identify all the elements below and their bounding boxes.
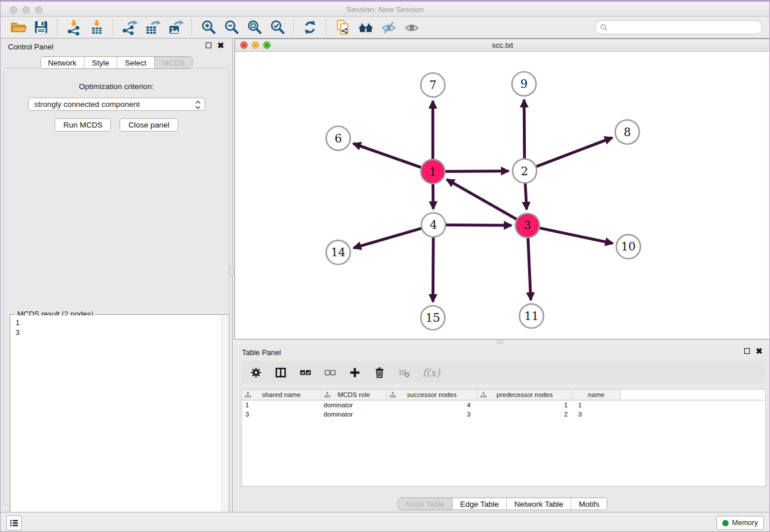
horizontal-splitter-handle[interactable] (496, 340, 503, 344)
memory-button[interactable]: Memory (717, 516, 764, 530)
zoom-in-icon[interactable] (198, 18, 218, 37)
export-network-icon[interactable] (120, 18, 139, 37)
table-panel-header: Table Panel ✖ (234, 344, 770, 360)
app-title: Session: New Session (1, 5, 769, 14)
node-4[interactable]: 4 (421, 213, 445, 237)
task-history-button[interactable] (6, 515, 22, 530)
edge-2-8[interactable] (525, 138, 613, 171)
optimization-criterion-value: strongly connected component (34, 100, 140, 109)
tab-mcds[interactable]: MCDS (155, 57, 192, 68)
toolbar-separator (191, 20, 192, 36)
node-3[interactable]: 3 (515, 213, 540, 237)
table-cell: 3 (387, 411, 478, 418)
node-14[interactable]: 14 (326, 240, 351, 264)
show-all-icon[interactable] (402, 18, 421, 37)
show-columns-icon[interactable] (274, 366, 287, 379)
close-table-panel-icon[interactable]: ✖ (756, 348, 763, 354)
table-settings-icon[interactable] (249, 366, 262, 379)
list-icon (9, 518, 19, 528)
table-cell: 4 (387, 402, 478, 408)
refresh-network-icon[interactable] (300, 18, 319, 37)
network-view-window: × − + scc.txt 1234678910111415 (234, 38, 770, 340)
open-session-icon[interactable] (8, 18, 28, 37)
column-label: MCDS role (337, 391, 369, 398)
add-column-icon[interactable] (348, 366, 361, 379)
table-cell: dominator (321, 402, 387, 408)
hide-selected-icon[interactable] (379, 18, 398, 37)
column-header-successor-nodes[interactable]: successor nodes (387, 390, 478, 400)
tab-network[interactable]: Network (41, 57, 85, 68)
zoom-fit-icon[interactable] (244, 18, 264, 37)
result-scrollbar[interactable] (221, 315, 228, 530)
save-session-icon[interactable] (31, 18, 51, 37)
function-builder-icon: f(x) (422, 366, 440, 379)
column-tree-icon (390, 392, 396, 399)
float-table-panel-icon[interactable] (744, 348, 750, 354)
search-box[interactable] (595, 20, 763, 34)
tab-node-table[interactable]: Node Table (398, 498, 453, 510)
new-network-from-selection-icon[interactable] (333, 18, 352, 37)
export-table-icon[interactable] (143, 18, 162, 37)
network-window-title: scc.txt (235, 41, 770, 49)
mcds-result-list[interactable]: 13 (11, 315, 221, 530)
edge-3-10[interactable] (528, 225, 613, 243)
column-header-mcds-role[interactable]: MCDS role (321, 390, 387, 400)
tab-motifs[interactable]: Motifs (571, 498, 607, 510)
table-cell: dominator (321, 411, 387, 418)
search-input[interactable] (611, 23, 757, 32)
table-tabs: Node TableEdge TableNetwork TableMotifs (398, 498, 608, 510)
optimization-criterion-label: Optimization criterion: (4, 82, 229, 91)
svg-text:8: 8 (623, 125, 631, 139)
zoom-out-icon[interactable] (221, 18, 241, 37)
close-panel-button[interactable]: Close panel (120, 118, 178, 132)
vertical-splitter-handle[interactable] (229, 267, 234, 276)
toolbar-separator (57, 20, 57, 36)
node-15[interactable]: 15 (421, 306, 445, 330)
column-header-name[interactable]: name (572, 390, 621, 400)
close-panel-icon[interactable]: ✖ (217, 43, 224, 48)
svg-text:11: 11 (524, 309, 538, 323)
control-panel-tabs: NetworkStyleSelectMCDS (40, 56, 193, 69)
control-panel-header: Control Panel ✖ (1, 38, 232, 55)
run-mcds-button[interactable]: Run MCDS (55, 118, 111, 132)
network-window-titlebar[interactable]: × − + scc.txt (235, 39, 770, 52)
network-canvas[interactable]: 1234678910111415 (235, 52, 770, 339)
export-image-icon[interactable] (165, 18, 185, 37)
deselect-all-rows-icon[interactable] (324, 366, 336, 379)
node-11[interactable]: 11 (519, 304, 544, 328)
node-10[interactable]: 10 (617, 234, 641, 259)
app-title-bar: Session: New Session (1, 1, 769, 17)
mcds-result-box: MCDS result (2 nodes) 13 (10, 314, 229, 531)
node-9[interactable]: 9 (512, 72, 536, 96)
optimization-criterion-select[interactable]: strongly connected component (28, 98, 205, 111)
tab-network-table[interactable]: Network Table (507, 498, 571, 510)
svg-text:14: 14 (331, 245, 345, 259)
column-header-shared-name[interactable]: shared name (242, 390, 321, 400)
mcds-tab-content: Optimization criterion: strongly connect… (3, 68, 229, 506)
float-panel-icon[interactable] (206, 43, 211, 48)
first-neighbors-icon[interactable] (356, 18, 375, 37)
horizontal-splitter[interactable] (234, 340, 770, 344)
tab-style[interactable]: Style (84, 57, 117, 68)
node-2[interactable]: 2 (513, 159, 537, 183)
select-all-rows-icon[interactable] (299, 366, 311, 379)
node-6[interactable]: 6 (326, 126, 351, 151)
import-table-icon[interactable] (87, 18, 106, 37)
control-panel: Control Panel ✖ NetworkStyleSelectMCDS O… (1, 38, 233, 512)
result-line: 3 (16, 327, 217, 337)
delete-column-icon[interactable] (373, 366, 386, 379)
edge-3-1[interactable] (447, 179, 528, 225)
tab-edge-table[interactable]: Edge Table (453, 498, 507, 510)
zoom-selected-icon[interactable] (267, 18, 287, 37)
network-graph: 1234678910111415 (235, 52, 770, 339)
column-label: predecessor nodes (496, 391, 553, 398)
tab-select[interactable]: Select (117, 57, 155, 68)
node-1[interactable]: 1 (421, 160, 445, 184)
node-8[interactable]: 8 (615, 120, 640, 144)
import-network-icon[interactable] (64, 18, 83, 37)
table-row[interactable]: 3dominator323 (242, 410, 765, 419)
column-header-predecessor-nodes[interactable]: predecessor nodes (478, 390, 572, 400)
table-cell: 2 (478, 411, 572, 418)
node-7[interactable]: 7 (421, 73, 445, 97)
table-row[interactable]: 1dominator411 (242, 400, 765, 410)
